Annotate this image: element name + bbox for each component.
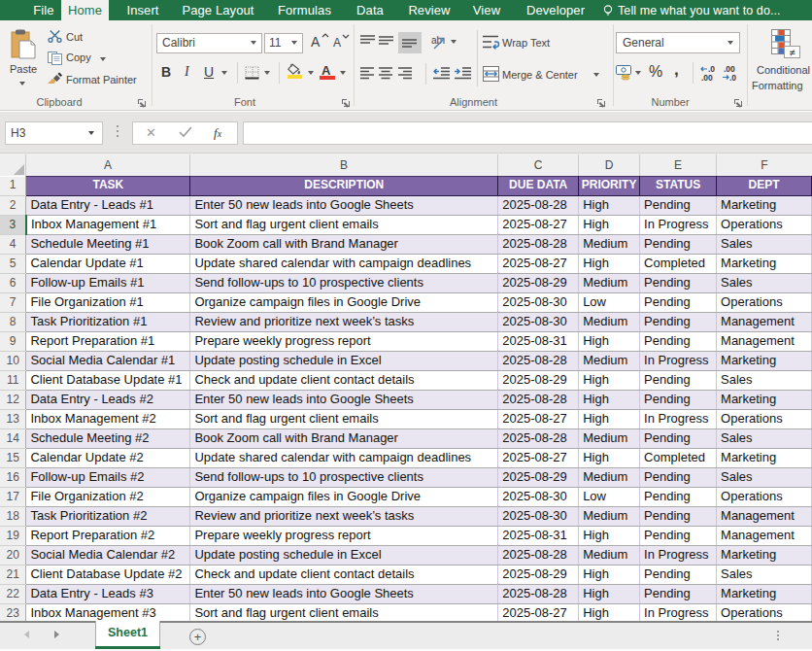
svg-text:.0: .0 bbox=[729, 73, 736, 83]
svg-text:.00: .00 bbox=[701, 73, 713, 83]
svg-text:ab: ab bbox=[431, 35, 443, 46]
